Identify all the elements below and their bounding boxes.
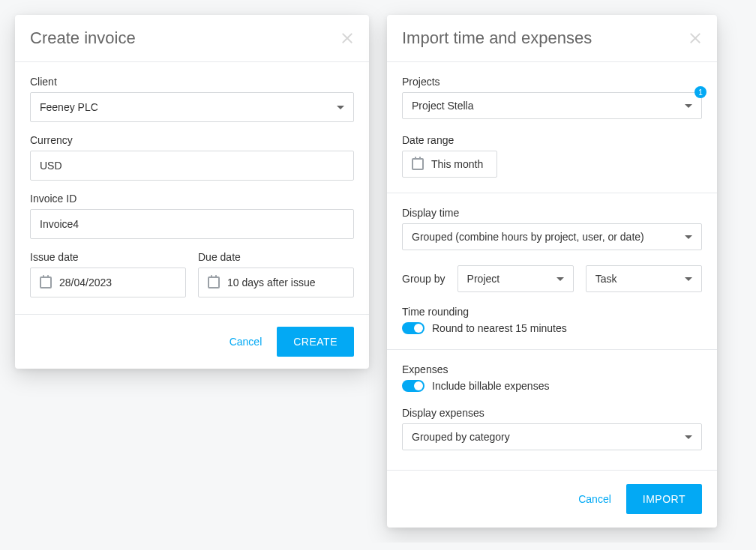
chevron-down-icon bbox=[685, 235, 692, 239]
chevron-down-icon bbox=[685, 104, 692, 108]
group-by-2-value: Task bbox=[596, 273, 617, 285]
currency-label: Currency bbox=[30, 134, 354, 146]
create-invoice-footer: Cancel CREATE bbox=[15, 314, 369, 369]
create-invoice-modal: Create invoice Client Feeney PLC Currenc… bbox=[15, 15, 369, 369]
projects-count-badge: 1 bbox=[694, 86, 706, 98]
invoice-id-field: Invoice ID Invoice4 bbox=[30, 193, 354, 239]
divider bbox=[387, 193, 717, 193]
group-by-1-value: Project bbox=[467, 273, 500, 285]
create-invoice-body: Client Feeney PLC Currency USD Invoice I… bbox=[15, 62, 369, 314]
invoice-id-value: Invoice4 bbox=[40, 218, 79, 230]
currency-value: USD bbox=[40, 160, 62, 172]
issue-date-value: 28/04/2023 bbox=[59, 276, 176, 288]
client-value: Feeney PLC bbox=[40, 101, 98, 113]
display-expenses-select[interactable]: Grouped by category bbox=[402, 423, 702, 450]
issue-date-label: Issue date bbox=[30, 251, 186, 263]
import-header: Import time and expenses bbox=[387, 15, 717, 62]
import-body: Projects Project Stella 1 Date range Thi… bbox=[387, 62, 717, 470]
create-invoice-title: Create invoice bbox=[30, 28, 136, 48]
group-by-label: Group by bbox=[402, 273, 446, 285]
expenses-section: Expenses Include billable expenses bbox=[402, 363, 702, 392]
cancel-button[interactable]: Cancel bbox=[230, 336, 262, 348]
expenses-toggle[interactable] bbox=[402, 380, 424, 392]
projects-value: Project Stella bbox=[412, 100, 473, 112]
chevron-down-icon bbox=[685, 435, 692, 439]
import-time-expenses-modal: Import time and expenses Projects Projec… bbox=[387, 15, 717, 528]
divider bbox=[387, 349, 717, 350]
currency-input[interactable]: USD bbox=[30, 151, 354, 181]
chevron-down-icon bbox=[685, 277, 692, 281]
import-button[interactable]: IMPORT bbox=[626, 484, 702, 514]
group-by-select-2[interactable]: Task bbox=[586, 265, 702, 292]
expenses-label: Expenses bbox=[402, 363, 702, 375]
create-button[interactable]: CREATE bbox=[277, 327, 354, 357]
import-footer: Cancel IMPORT bbox=[387, 470, 717, 528]
time-rounding-value: Round to nearest 15 minutes bbox=[432, 322, 567, 334]
calendar-icon bbox=[208, 276, 220, 288]
chevron-down-icon bbox=[337, 106, 344, 109]
time-rounding-toggle[interactable] bbox=[402, 322, 424, 334]
client-field: Client Feeney PLC bbox=[30, 76, 354, 122]
due-date-value: 10 days after issue bbox=[227, 276, 344, 288]
projects-section: Projects Project Stella 1 bbox=[402, 76, 702, 119]
currency-field: Currency USD bbox=[30, 134, 354, 181]
issue-date-field: Issue date 28/04/2023 bbox=[30, 251, 186, 297]
client-label: Client bbox=[30, 76, 354, 88]
time-rounding-label: Time rounding bbox=[402, 306, 702, 318]
due-date-field: Due date 10 days after issue bbox=[198, 251, 354, 297]
due-date-input[interactable]: 10 days after issue bbox=[198, 268, 354, 297]
display-time-value: Grouped (combine hours by project, user,… bbox=[412, 231, 644, 243]
date-range-section: Date range This month bbox=[402, 134, 702, 178]
date-range-input[interactable]: This month bbox=[402, 151, 497, 178]
issue-date-input[interactable]: 28/04/2023 bbox=[30, 268, 186, 297]
projects-label: Projects bbox=[402, 76, 702, 88]
projects-select[interactable]: Project Stella bbox=[402, 92, 702, 119]
invoice-id-label: Invoice ID bbox=[30, 193, 354, 205]
display-expenses-value: Grouped by category bbox=[412, 431, 510, 443]
display-time-select[interactable]: Grouped (combine hours by project, user,… bbox=[402, 223, 702, 250]
display-expenses-section: Display expenses Grouped by category bbox=[402, 407, 702, 450]
group-by-row: Group by Project Task bbox=[402, 265, 702, 292]
import-title: Import time and expenses bbox=[402, 28, 592, 48]
close-icon[interactable] bbox=[340, 31, 354, 45]
expenses-toggle-label: Include billable expenses bbox=[432, 380, 549, 392]
date-range-label: Date range bbox=[402, 134, 702, 146]
calendar-icon bbox=[40, 276, 52, 288]
display-time-label: Display time bbox=[402, 207, 702, 219]
date-range-value: This month bbox=[431, 158, 483, 170]
display-time-section: Display time Grouped (combine hours by p… bbox=[402, 207, 702, 250]
chevron-down-icon bbox=[556, 277, 564, 281]
close-icon[interactable] bbox=[688, 31, 702, 45]
due-date-label: Due date bbox=[198, 251, 354, 263]
time-rounding-section: Time rounding Round to nearest 15 minute… bbox=[402, 306, 702, 334]
client-select[interactable]: Feeney PLC bbox=[30, 92, 354, 122]
calendar-icon bbox=[412, 158, 424, 170]
group-by-select-1[interactable]: Project bbox=[458, 265, 574, 292]
create-invoice-header: Create invoice bbox=[15, 15, 369, 62]
invoice-id-input[interactable]: Invoice4 bbox=[30, 209, 354, 239]
display-expenses-label: Display expenses bbox=[402, 407, 702, 419]
cancel-button[interactable]: Cancel bbox=[578, 493, 611, 505]
